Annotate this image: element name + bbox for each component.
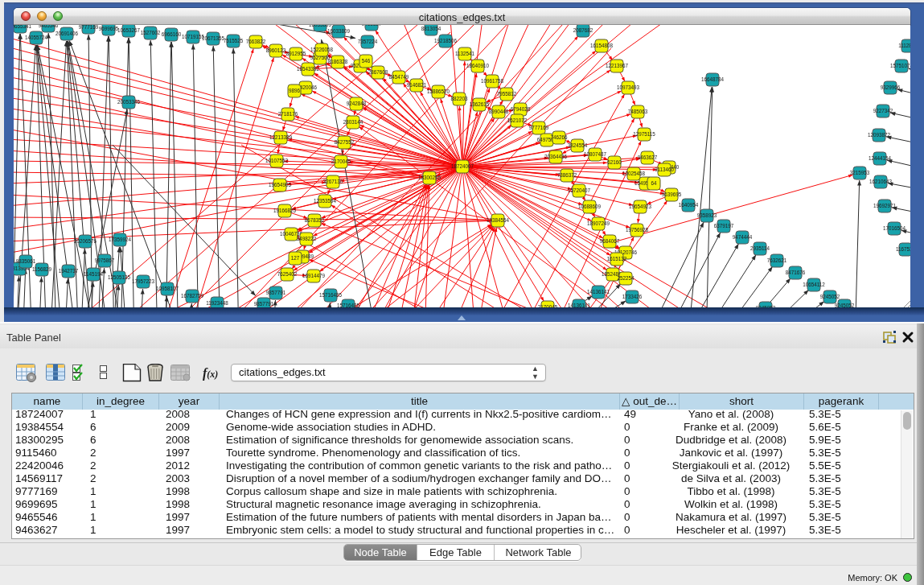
svg-text:f(x): f(x) [203,366,218,381]
svg-text:10654112: 10654112 [803,282,825,287]
svg-text:2718176: 2718176 [278,111,298,117]
svg-text:12213967: 12213967 [606,63,629,68]
svg-text:9835061: 9835061 [16,258,36,264]
svg-text:1615132: 1615132 [607,256,627,262]
svg-text:1167533: 1167533 [896,246,910,252]
svg-text:19384554: 19384554 [487,217,510,223]
svg-text:15751074: 15751074 [890,63,910,68]
svg-text:2087682: 2087682 [573,27,593,33]
svg-text:10973493: 10973493 [617,84,640,90]
svg-text:20053346: 20053346 [117,99,141,105]
svg-text:10688609: 10688609 [578,204,602,209]
svg-text:9777169: 9777169 [79,25,99,30]
svg-text:9227342: 9227342 [873,108,893,113]
svg-text:17359924: 17359924 [109,237,132,242]
svg-text:7955812: 7955812 [497,91,517,97]
svg-text:8813054: 8813054 [421,26,441,31]
svg-text:10671355: 10671355 [202,35,225,41]
svg-text:1362615: 1362615 [470,101,490,107]
svg-text:9857791: 9857791 [266,290,286,295]
svg-text:1156829: 1156829 [32,266,52,272]
svg-text:3824554: 3824554 [568,142,588,148]
svg-text:1733426: 1733426 [622,294,643,299]
svg-text:8186328: 8186328 [328,59,348,64]
svg-text:12505135: 12505135 [108,274,131,280]
svg-text:15720407: 15720407 [568,187,591,193]
svg-text:15716485: 15716485 [319,292,343,298]
svg-text:10107552: 10107552 [265,158,289,163]
svg-text:18640910: 18640910 [466,63,490,68]
svg-text:1621072: 1621072 [507,117,528,123]
svg-text:16543392: 16543392 [297,66,320,72]
svg-text:9474444: 9474444 [733,234,753,240]
svg-text:10958107: 10958107 [156,286,179,291]
svg-text:14055724: 14055724 [25,35,48,40]
svg-text:16033809: 16033809 [309,25,332,27]
svg-text:2935114: 2935114 [750,245,770,251]
svg-text:9975867: 9975867 [95,257,115,263]
svg-text:9242848: 9242848 [347,101,367,106]
svg-text:1527602: 1527602 [141,30,161,35]
svg-text:7632621: 7632621 [767,257,787,263]
svg-text:9358923: 9358923 [697,212,717,218]
svg-text:19692971: 19692971 [873,203,897,208]
svg-text:10653267: 10653267 [117,27,141,33]
svg-text:9463627: 9463627 [638,154,658,160]
svg-text:1640954: 1640954 [679,202,699,208]
svg-text:7515525: 7515525 [224,38,244,43]
svg-text:9684067: 9684067 [600,238,620,244]
svg-text:19654905: 19654905 [269,182,292,187]
svg-text:8454749: 8454749 [389,74,409,80]
svg-text:9699695: 9699695 [99,26,119,31]
svg-text:7663822: 7663822 [246,39,266,44]
svg-text:10807487: 10807487 [584,151,607,157]
svg-text:3498222: 3498222 [297,236,317,241]
svg-text:7357224: 7357224 [358,39,378,44]
svg-text:12975115: 12975115 [633,131,655,137]
svg-text:7386372: 7386372 [557,172,577,178]
svg-text:15886520: 15886520 [427,89,450,94]
svg-text:10025458: 10025458 [622,171,646,176]
svg-text:11923448: 11923448 [206,300,228,306]
svg-text:19218506: 19218506 [434,38,458,43]
svg-text:9329966: 9329966 [881,84,901,90]
svg-text:18724007: 18724007 [451,163,474,169]
svg-text:17016504: 17016504 [883,225,906,231]
svg-text:9465546: 9465546 [39,25,59,28]
svg-text:1132541: 1132541 [455,51,475,56]
svg-text:8427552: 8427552 [335,139,355,145]
svg-text:12353594: 12353594 [314,198,337,204]
svg-text:546: 546 [362,58,371,64]
svg-text:19756928: 19756928 [626,227,649,233]
svg-text:9896: 9896 [289,88,301,93]
svg-text:20655341: 20655341 [14,25,31,29]
svg-text:20206576: 20206576 [74,238,97,244]
svg-text:8990448: 8990448 [489,109,509,114]
svg-text:6379197: 6379197 [714,223,734,229]
svg-text:9463627: 9463627 [362,25,382,27]
svg-text:10961758: 10961758 [481,78,504,84]
svg-text:746266: 746266 [550,134,568,140]
svg-text:1942737: 1942737 [59,268,79,274]
svg-text:8678352: 8678352 [305,217,325,223]
svg-text:8960123: 8960123 [266,47,286,53]
svg-text:16033809: 16033809 [327,28,351,34]
svg-text:12444154: 12444154 [869,155,892,161]
svg-text:20364436: 20364436 [544,154,568,159]
svg-text:1112845: 1112845 [898,43,910,48]
svg-text:6794028: 6794028 [511,106,531,112]
svg-text:16782759: 16782759 [181,293,204,299]
svg-text:9777169: 9777169 [529,125,549,130]
svg-text:15226058: 15226058 [310,47,334,52]
svg-text:9245052: 9245052 [820,294,840,299]
svg-text:16914479: 16914479 [302,273,326,278]
svg-text:8912955: 8912955 [286,51,306,56]
svg-text:19166825: 19166825 [273,208,297,213]
svg-text:17957223: 17957223 [132,278,155,284]
svg-text:62160: 62160 [607,159,622,165]
svg-text:3215953: 3215953 [850,170,870,175]
svg-text:9113460: 9113460 [655,167,675,172]
svg-text:20691406: 20691406 [55,31,79,36]
svg-text:127: 127 [291,255,300,261]
svg-text:14136141: 14136141 [587,289,610,295]
